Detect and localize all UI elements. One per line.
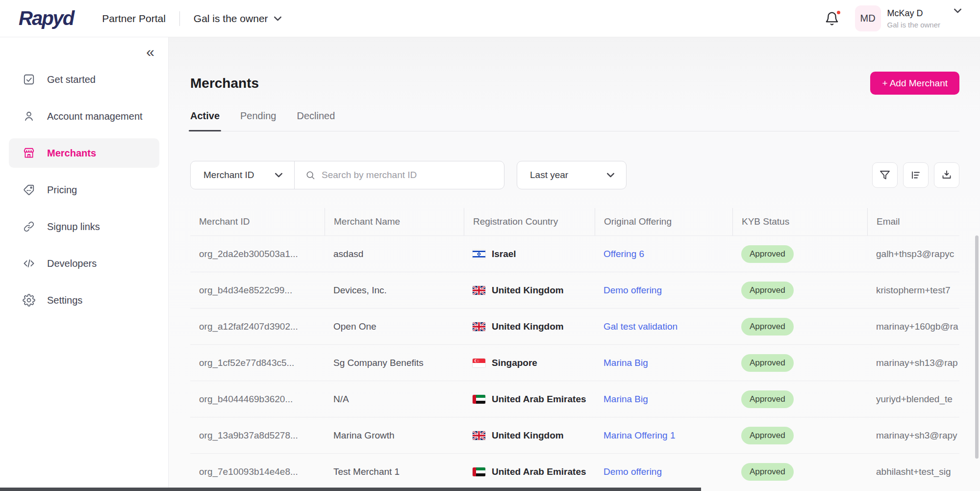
registration-country-cell: United Kingdom: [464, 321, 595, 332]
download-button[interactable]: [934, 162, 959, 188]
kyb-status-badge: Approved: [741, 390, 794, 408]
country-flag-icon: [473, 322, 485, 331]
column-header-kyb-status: KYB Status: [732, 208, 867, 235]
portal-label: Partner Portal: [102, 13, 166, 25]
collapse-sidebar-button[interactable]: «: [146, 43, 154, 61]
offering-link[interactable]: Marina Big: [603, 394, 648, 404]
user-role: Gal is the owner: [887, 21, 940, 29]
merchant-id-cell: org_2da2eb300503a1...: [190, 249, 325, 259]
table-row[interactable]: org_13a9b37a8d5278... Marina Growth Unit…: [190, 417, 959, 453]
offering-link[interactable]: Gal test validation: [603, 321, 678, 332]
country-name: United Arab Emirates: [492, 466, 586, 477]
merchant-name-cell: Sg Company Benefits: [325, 358, 464, 368]
offering-link[interactable]: Demo offering: [603, 285, 662, 295]
offering-link[interactable]: Offering 6: [603, 249, 644, 259]
email-cell: marinay+sh13@rap: [867, 358, 980, 368]
store-icon: [23, 147, 35, 159]
user-icon: [23, 110, 35, 123]
kyb-status-badge: Approved: [741, 463, 794, 481]
sidebar-item-get-started[interactable]: Get started: [9, 65, 159, 94]
horizontal-scrollbar-thumb[interactable]: [0, 488, 701, 491]
table-row[interactable]: org_a12faf2407d3902... Open One United K…: [190, 308, 959, 344]
code-icon: [23, 257, 35, 270]
kyb-status-cell: Approved: [732, 245, 867, 263]
country-name: United Kingdom: [492, 430, 564, 441]
download-icon: [941, 169, 953, 181]
sidebar-item-account-management[interactable]: Account management: [9, 102, 159, 131]
table-row[interactable]: org_1cf52e77d843c5... Sg Company Benefit…: [190, 344, 959, 381]
user-avatar[interactable]: MD: [855, 5, 881, 31]
table-action-buttons: [872, 162, 959, 188]
search-box: [295, 161, 504, 189]
sort-button[interactable]: [903, 162, 929, 188]
merchant-name-cell: Marina Growth: [325, 430, 464, 441]
offering-link[interactable]: Marina Big: [603, 358, 648, 368]
filter-button[interactable]: [872, 162, 898, 188]
filter-icon: [879, 169, 891, 181]
table-row[interactable]: org_b4d34e8522c99... Devices, Inc. Unite…: [190, 272, 959, 308]
merchant-name-cell: asdasd: [325, 249, 464, 259]
kyb-status-cell: Approved: [732, 390, 867, 408]
sidebar-item-label: Developers: [47, 258, 97, 269]
country-flag-icon: [473, 286, 485, 295]
registration-country-cell: United Arab Emirates: [464, 466, 595, 477]
tab-pending[interactable]: Pending: [240, 110, 276, 131]
search-input[interactable]: [322, 170, 493, 181]
country-flag-icon: [473, 467, 485, 476]
email-cell: yuriyd+blended_te: [867, 394, 980, 405]
search-field-selector[interactable]: Merchant ID: [191, 161, 295, 189]
kyb-status-badge: Approved: [741, 282, 794, 299]
merchant-name-cell: Devices, Inc.: [325, 285, 464, 296]
table-row[interactable]: org_2da2eb300503a1... asdasd Israel Offe…: [190, 235, 959, 272]
country-name: Israel: [492, 249, 516, 259]
email-cell: kristopherm+test7: [867, 285, 980, 296]
user-menu-chevron-icon[interactable]: [954, 8, 961, 13]
country-name: United Kingdom: [492, 285, 564, 296]
sidebar-item-label: Pricing: [47, 184, 77, 196]
country-name: United Kingdom: [492, 321, 564, 332]
sidebar-item-developers[interactable]: Developers: [9, 249, 159, 278]
merchant-name-cell: Test Merchant 1: [325, 466, 464, 477]
merchant-id-cell: org_b4d34e8522c99...: [190, 285, 325, 296]
original-offering-cell: Marina Offering 1: [595, 430, 732, 441]
country-name: Singapore: [492, 358, 537, 368]
sidebar-item-signup-links[interactable]: Signup links: [9, 212, 159, 241]
date-range-selector[interactable]: Last year: [517, 161, 627, 189]
merchant-id-cell: org_13a9b37a8d5278...: [190, 430, 325, 441]
sidebar: « Get started Account management Merchan…: [0, 37, 169, 491]
table-row[interactable]: org_b4044469b3620... N/A United Arab Emi…: [190, 381, 959, 417]
tab-declined[interactable]: Declined: [297, 110, 335, 131]
kyb-status-badge: Approved: [741, 318, 794, 336]
registration-country-cell: United Arab Emirates: [464, 394, 595, 405]
sidebar-item-settings[interactable]: Settings: [9, 285, 159, 315]
search-group: Merchant ID: [190, 161, 504, 189]
vertical-scrollbar-thumb[interactable]: [975, 235, 979, 459]
column-header-email: Email: [867, 208, 980, 235]
date-range-value: Last year: [530, 170, 568, 181]
add-merchant-button[interactable]: + Add Merchant: [870, 72, 959, 95]
table-header: Merchant ID Merchant Name Registration C…: [190, 208, 959, 235]
email-cell: marinay+sh3@rapy: [867, 430, 980, 441]
sidebar-item-merchants[interactable]: Merchants: [9, 138, 159, 168]
kyb-status-badge: Approved: [741, 245, 794, 263]
owner-selector-label: Gal is the owner: [194, 13, 268, 25]
rapyd-logo: Rapyd: [19, 7, 74, 29]
filters-row: Merchant ID Last year: [190, 161, 959, 189]
kyb-status-cell: Approved: [732, 427, 867, 444]
main-content: Merchants + Add Merchant Active Pending …: [169, 37, 980, 491]
merchant-id-cell: org_a12faf2407d3902...: [190, 321, 325, 332]
gear-icon: [23, 294, 35, 307]
country-flag-icon: [473, 250, 485, 258]
offering-link[interactable]: Marina Offering 1: [603, 430, 675, 440]
notification-bell-button[interactable]: [825, 11, 839, 26]
tab-active[interactable]: Active: [190, 110, 220, 131]
kyb-status-badge: Approved: [741, 354, 794, 372]
sidebar-nav: Get started Account management Merchants…: [0, 65, 168, 315]
table-row[interactable]: org_7e10093b14e4e8... Test Merchant 1 Un…: [190, 453, 959, 490]
email-cell: abhilasht+test_sig: [867, 466, 980, 477]
offering-link[interactable]: Demo offering: [603, 466, 662, 477]
owner-selector[interactable]: Gal is the owner: [194, 13, 281, 25]
search-field-selector-value: Merchant ID: [203, 170, 254, 181]
merchant-id-cell: org_b4044469b3620...: [190, 394, 325, 405]
sidebar-item-pricing[interactable]: Pricing: [9, 175, 159, 205]
